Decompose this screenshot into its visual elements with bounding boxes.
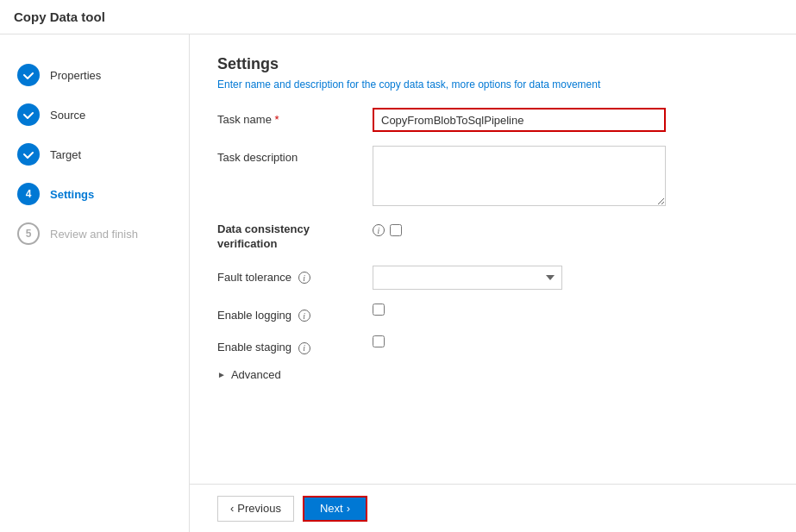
app-title: Copy Data tool (14, 9, 105, 24)
step-circle-review: 5 (17, 222, 40, 245)
enable-staging-row: Enable staging i (217, 335, 768, 354)
sidebar-item-source[interactable]: Source (0, 95, 189, 135)
advanced-label: Advanced (231, 368, 281, 381)
task-name-input[interactable] (373, 108, 666, 132)
settings-title: Settings (217, 55, 768, 73)
enable-staging-label: Enable staging i (217, 335, 373, 354)
task-name-control (373, 108, 768, 132)
fault-tolerance-row: Fault tolerance i (217, 266, 768, 290)
fault-tolerance-select[interactable] (373, 266, 562, 290)
advanced-section[interactable]: ► Advanced (217, 368, 768, 381)
step-circle-target (17, 143, 40, 166)
task-desc-input[interactable] (373, 146, 666, 206)
step-label-target: Target (50, 148, 81, 161)
step-circle-source (17, 103, 40, 126)
advanced-chevron-icon: ► (217, 370, 226, 379)
enable-logging-control (373, 304, 768, 318)
step-circle-properties (17, 64, 40, 86)
task-name-label: Task name * (217, 108, 373, 126)
enable-logging-row: Enable logging i (217, 304, 768, 322)
footer: ‹ Previous Next › (190, 484, 796, 532)
enable-staging-info-icon[interactable]: i (298, 342, 310, 354)
top-bar: Copy Data tool (0, 0, 796, 34)
enable-logging-checkbox[interactable] (373, 304, 385, 316)
sidebar-item-review[interactable]: 5 Review and finish (0, 214, 189, 253)
step-circle-settings: 4 (17, 183, 40, 205)
enable-logging-info-icon[interactable]: i (298, 310, 310, 322)
fault-tolerance-info-icon[interactable]: i (298, 272, 310, 284)
sidebar: Properties Source Target 4 (0, 34, 190, 532)
data-consistency-label: Data consistency verification (217, 222, 373, 252)
step-label-properties: Properties (50, 69, 101, 82)
data-consistency-row: Data consistency verification i (217, 222, 768, 252)
task-desc-row: Task description (217, 146, 768, 209)
step-label-review: Review and finish (50, 228, 138, 241)
task-desc-label: Task description (217, 146, 373, 164)
data-consistency-info-icon[interactable]: i (373, 224, 385, 236)
content-area: Settings Enter name and description for … (190, 34, 796, 532)
enable-staging-checkbox[interactable] (373, 335, 385, 347)
content-inner: Settings Enter name and description for … (190, 34, 796, 484)
fault-tolerance-label: Fault tolerance i (217, 266, 373, 285)
enable-logging-label: Enable logging i (217, 304, 373, 322)
previous-button[interactable]: ‹ Previous (217, 496, 294, 522)
fault-tolerance-control (373, 266, 768, 290)
previous-button-label: Previous (237, 502, 281, 515)
next-button-label: Next (320, 502, 343, 515)
settings-subtitle: Enter name and description for the copy … (217, 78, 768, 91)
data-consistency-control: i (373, 222, 402, 236)
sidebar-item-target[interactable]: Target (0, 135, 189, 174)
sidebar-item-properties[interactable]: Properties (0, 55, 189, 95)
main-layout: Properties Source Target 4 (0, 34, 796, 532)
previous-chevron-icon: ‹ (230, 502, 234, 515)
sidebar-item-settings[interactable]: 4 Settings (0, 174, 189, 214)
task-desc-control (373, 146, 768, 209)
step-label-settings: Settings (50, 188, 94, 201)
task-name-row: Task name * (217, 108, 768, 132)
next-button[interactable]: Next › (303, 496, 367, 522)
next-chevron-icon: › (347, 502, 350, 515)
data-consistency-checkbox[interactable] (390, 224, 402, 236)
task-name-required: * (275, 113, 279, 126)
step-label-source: Source (50, 109, 85, 122)
enable-staging-control (373, 335, 768, 350)
